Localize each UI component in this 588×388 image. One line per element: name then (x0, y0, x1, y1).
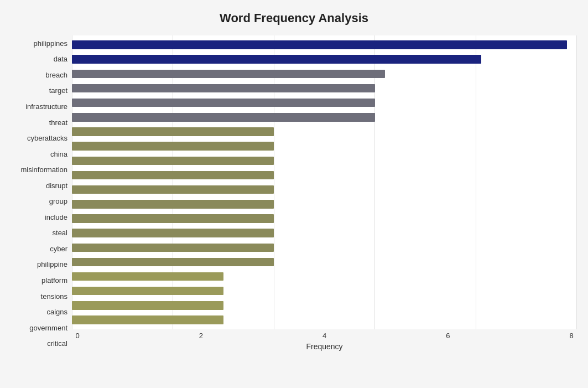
y-label: misinformation (20, 166, 67, 173)
y-label: china (50, 151, 67, 158)
y-label: data (54, 55, 67, 63)
bar-row (72, 211, 577, 226)
bar-row (72, 284, 577, 298)
x-ticks: 02468 (72, 329, 577, 340)
y-label: government (29, 324, 67, 332)
bar-row (72, 226, 577, 240)
bars-area (72, 35, 577, 329)
bar (72, 287, 223, 296)
y-label: cyber (50, 245, 67, 252)
chart-title: Word Frequency Analysis (11, 11, 577, 25)
bar-row (72, 183, 577, 197)
bar (72, 301, 223, 310)
x-axis: 02468 Frequency (72, 329, 577, 351)
bar (72, 84, 375, 93)
bar-row (72, 240, 577, 255)
x-axis-label: Frequency (72, 342, 577, 351)
bar (72, 229, 274, 237)
x-tick: 6 (443, 332, 454, 340)
bar (72, 55, 481, 64)
bar (72, 127, 274, 136)
bar-row (72, 52, 577, 66)
x-tick: 4 (319, 332, 330, 340)
y-label: infrastructure (25, 103, 67, 110)
bars-inner (72, 35, 577, 329)
bar (72, 258, 274, 267)
y-labels: philippinesdatabreachtargetinfrastructur… (11, 35, 72, 351)
y-label: philippine (37, 261, 67, 268)
bar (72, 142, 274, 151)
y-label: group (49, 198, 67, 205)
bar (72, 171, 274, 180)
y-label: critical (47, 340, 67, 347)
bar-row (72, 66, 577, 81)
bar-row (72, 197, 577, 211)
y-label: steal (53, 229, 67, 236)
bar (72, 157, 274, 165)
bar-row (72, 38, 577, 52)
y-label: target (49, 87, 67, 94)
y-label: caigns (46, 308, 67, 315)
bar (72, 40, 567, 49)
x-tick: 8 (566, 332, 577, 340)
chart-container: Word Frequency Analysis philippinesdatab… (0, 0, 588, 388)
bar-row (72, 153, 577, 168)
chart-area: philippinesdatabreachtargetinfrastructur… (11, 35, 577, 351)
bar (72, 214, 274, 223)
bar-row (72, 255, 577, 269)
y-label: disrupt (46, 182, 67, 189)
bar (72, 99, 375, 107)
bar (72, 315, 223, 324)
y-label: tensions (41, 293, 67, 300)
bar-row (72, 270, 577, 284)
bar (72, 200, 274, 209)
y-label: breach (45, 71, 67, 79)
y-label: threat (49, 119, 67, 126)
bar (72, 185, 274, 194)
y-label: include (45, 214, 67, 221)
bar-row (72, 96, 577, 110)
bar-row (72, 139, 577, 153)
y-label: cyberattacks (27, 134, 67, 142)
x-tick: 0 (72, 332, 83, 340)
bars-and-xaxis: 02468 Frequency (72, 35, 577, 351)
y-label: platform (41, 277, 67, 284)
bar-row (72, 125, 577, 139)
bar-row (72, 298, 577, 313)
bar (72, 70, 385, 79)
bar (72, 272, 223, 281)
x-tick: 2 (195, 332, 206, 340)
bar-row (72, 168, 577, 182)
bar-row (72, 110, 577, 125)
bar-row (72, 81, 577, 95)
bar (72, 244, 274, 252)
bar-row (72, 313, 577, 327)
bar (72, 113, 375, 122)
y-label: philippines (34, 40, 67, 47)
